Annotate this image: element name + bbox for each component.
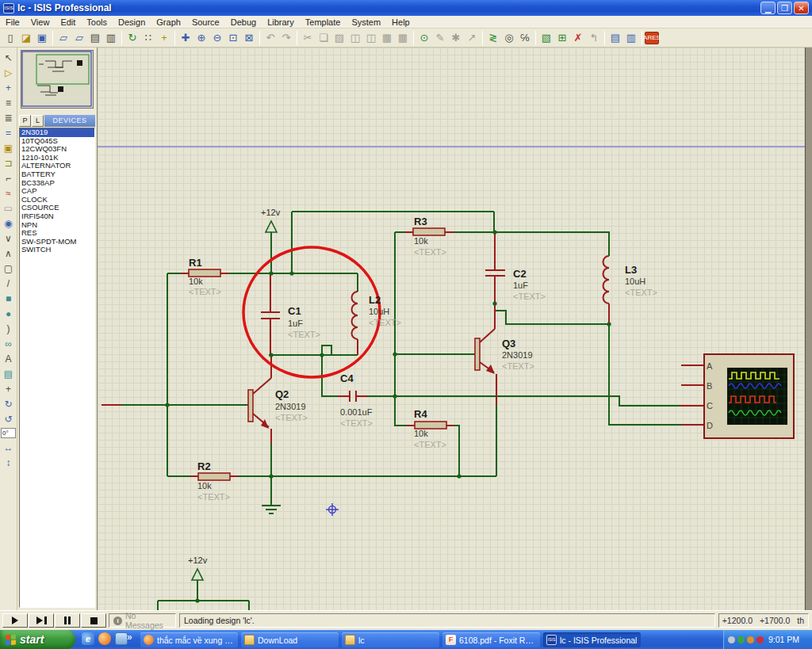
schematic-canvas[interactable]: A B C D +12v +12v R1 10k <TEXT> R2 10k <… — [97, 48, 805, 610]
separator[interactable] — [297, 31, 297, 45]
voltage-probe-tool[interactable]: ∨ — [1, 231, 16, 246]
line-2d-tool[interactable]: / — [1, 276, 16, 291]
device-pin-tool[interactable]: ⌐ — [1, 170, 16, 185]
circle-2d-tool[interactable]: ● — [1, 306, 16, 321]
goto-sheet-icon[interactable]: ↰ — [586, 30, 602, 46]
design-explorer-icon[interactable]: ▧ — [538, 30, 554, 46]
rotate-clockwise-tool[interactable]: ↻ — [1, 396, 16, 411]
minimize-button[interactable]: ▁ — [760, 2, 776, 14]
terminal-tool[interactable]: ⊐ — [1, 155, 16, 170]
separator[interactable] — [642, 31, 642, 45]
zoom-all-icon[interactable]: ⊠ — [241, 30, 257, 46]
menu-item[interactable]: Graph — [151, 17, 186, 27]
taskbar-item-lc-folder[interactable]: lc — [342, 632, 439, 647]
mark-output-area-icon[interactable]: ▥ — [103, 30, 119, 46]
search-tag-icon[interactable]: ◎ — [501, 30, 517, 46]
undo-icon[interactable]: ↶ — [262, 30, 278, 46]
block-delete-icon[interactable]: ▦ — [395, 30, 411, 46]
graph-tool[interactable]: ≈ — [1, 185, 16, 200]
play-button[interactable] — [2, 613, 28, 628]
new-file-icon[interactable]: ▯ — [2, 30, 18, 46]
tray-update-icon[interactable] — [747, 636, 754, 643]
tape-recorder-tool[interactable]: ▭ — [1, 200, 16, 216]
origin-icon[interactable]: + — [156, 30, 172, 46]
arc-2d-tool[interactable]: ) — [1, 321, 16, 336]
block-move-icon[interactable]: ◫ — [363, 30, 379, 46]
bill-of-materials-icon[interactable]: ▤ — [607, 30, 623, 46]
rotate-anticlockwise-tool[interactable]: ↺ — [1, 411, 16, 426]
oscilloscope[interactable]: A B C D — [704, 354, 794, 438]
separator[interactable] — [535, 31, 536, 45]
tray-clock-icon[interactable] — [728, 636, 735, 643]
device-list-item[interactable]: 2N3019 — [20, 128, 94, 137]
separator[interactable] — [52, 31, 53, 45]
separator[interactable] — [604, 31, 605, 45]
separator[interactable] — [174, 31, 175, 45]
pick-device-icon[interactable]: ⊙ — [416, 30, 432, 46]
pick-devices-button[interactable]: P — [19, 115, 31, 127]
save-icon[interactable]: ▣ — [34, 30, 50, 46]
device-list-item[interactable]: SWITCH — [20, 246, 94, 254]
taskbar-item-foxit[interactable]: F 6108.pdf - Foxit Rea... — [442, 632, 540, 647]
virtual-instruments-tool[interactable]: ▢ — [1, 261, 16, 276]
step-button[interactable] — [29, 613, 54, 628]
internet-explorer-icon[interactable]: e — [82, 632, 94, 645]
new-sheet-icon[interactable]: ⊞ — [554, 30, 570, 46]
show-desktop-icon[interactable] — [115, 632, 128, 645]
path-2d-tool[interactable]: ∞ — [1, 336, 16, 351]
block-copy-icon[interactable]: ◫ — [347, 30, 363, 46]
menu-item[interactable]: Debug — [225, 17, 262, 27]
property-assignment-icon[interactable]: ℅ — [517, 30, 533, 46]
taskbar-item-isis[interactable]: ISIS lc - ISIS Professional — [543, 632, 641, 647]
quick-launch-chevron[interactable]: » — [127, 632, 132, 643]
decompose-icon[interactable]: ↗ — [464, 30, 480, 46]
subcircuit-tool[interactable]: ▣ — [1, 140, 16, 155]
library-button[interactable]: L — [32, 115, 44, 127]
pause-button[interactable] — [55, 613, 80, 628]
wire-autorouter-icon[interactable]: ≷ — [485, 30, 501, 46]
menu-item[interactable]: Template — [300, 17, 347, 27]
pan-icon[interactable]: ✚ — [178, 30, 193, 46]
bus-tool[interactable]: = — [1, 125, 16, 140]
restore-button[interactable]: ❐ — [777, 2, 792, 14]
firefox-icon[interactable] — [98, 632, 111, 645]
rotation-angle-input[interactable]: 0° — [1, 428, 16, 438]
packaging-tool-icon[interactable]: ✱ — [448, 30, 464, 46]
stop-button[interactable] — [81, 613, 106, 628]
remove-sheet-icon[interactable]: ✗ — [570, 30, 586, 46]
open-icon[interactable]: ◪ — [18, 30, 34, 46]
tray-network-icon[interactable] — [737, 636, 745, 643]
menu-item[interactable]: Help — [386, 17, 416, 27]
make-device-icon[interactable]: ✎ — [432, 30, 448, 46]
box-2d-tool[interactable]: ■ — [1, 291, 16, 306]
menu-item[interactable]: File — [0, 17, 25, 27]
current-probe-tool[interactable]: ∧ — [1, 246, 16, 261]
separator[interactable] — [482, 31, 483, 45]
message-area[interactable]: i No Messages — [109, 613, 176, 628]
taskbar-item-download-folder[interactable]: DownLoad — [241, 632, 339, 647]
mirror-horizontal-tool[interactable]: ↔ — [1, 440, 16, 455]
wire-label-tool[interactable]: ≡ — [1, 95, 16, 110]
taskbar-item-firefox[interactable]: thắc mắc về xung sin ... — [140, 632, 238, 647]
menu-item[interactable]: View — [25, 17, 56, 27]
zoom-in-icon[interactable]: ⊕ — [193, 30, 209, 46]
selection-tool[interactable]: ↖ — [1, 50, 16, 65]
separator[interactable] — [259, 31, 260, 45]
copy-icon[interactable]: ❏ — [316, 30, 331, 46]
separator[interactable] — [121, 31, 122, 45]
grid-toggle-icon[interactable]: ∷ — [140, 30, 156, 46]
text-2d-tool[interactable]: A — [1, 351, 16, 366]
redraw-icon[interactable]: ↻ — [124, 30, 140, 46]
generator-tool[interactable]: ◉ — [1, 216, 16, 231]
print-icon[interactable]: ▤ — [87, 30, 103, 46]
paste-icon[interactable]: ▨ — [331, 30, 347, 46]
text-script-tool[interactable]: ≣ — [1, 110, 16, 125]
menu-item[interactable]: Tools — [81, 17, 113, 27]
close-button[interactable]: ✕ — [794, 2, 809, 14]
start-button[interactable]: start — [0, 630, 75, 649]
menu-item[interactable]: Library — [262, 17, 300, 27]
zoom-area-icon[interactable]: ⊡ — [225, 30, 241, 46]
separator[interactable] — [413, 31, 414, 45]
redo-icon[interactable]: ↷ — [278, 30, 294, 46]
menu-item[interactable]: Edit — [55, 17, 81, 27]
